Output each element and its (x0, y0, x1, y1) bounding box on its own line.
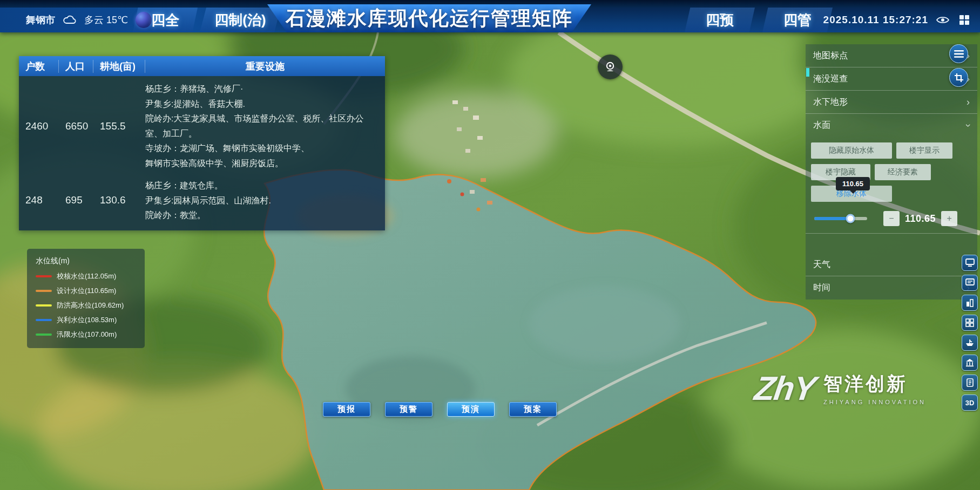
legend-label: 校核水位(112.05m) (57, 271, 116, 281)
brand-name-cn: 智洋创新 (823, 371, 926, 397)
building-layer-button[interactable] (962, 295, 978, 311)
display-icon (965, 278, 975, 287)
monitor-video-button[interactable] (962, 255, 978, 271)
table-header: 户数 人口 耕地(亩) 重要设施 (19, 56, 385, 76)
notebook-icon (966, 378, 974, 387)
facility-line: 尹集乡:园林局示范园、山湖渔村. (145, 193, 380, 208)
show-buildings-button[interactable]: 楼宇显示 (896, 142, 952, 159)
legend-item: 汛限水位(107.00m) (36, 330, 137, 339)
panel-spacer (806, 234, 977, 253)
cloud-icon (63, 15, 77, 25)
facilities-text: 杨庄乡：养猪场、汽修厂· 尹集乡:提灌站、香菇大棚. 院岭办:大宝龙家具城、市场… (145, 81, 385, 171)
slider-value-tooltip: 110.65 (836, 177, 870, 190)
water-level-value: 110.65 (905, 213, 936, 224)
slider-handle[interactable] (846, 214, 855, 223)
legend-label: 设计水位(110.65m) (57, 286, 116, 296)
col-households: 户数 (19, 60, 59, 73)
population-value: 695 (59, 194, 93, 206)
households-value: 2460 (19, 120, 59, 132)
forecast-button[interactable]: 预报 (323, 402, 370, 417)
facility-line: 院岭办:大宝龙家具城、市场监督办公室、税所、社区办公室、加工厂。 (145, 111, 380, 141)
township-info-table: 户数 人口 耕地(亩) 重要设施 2460 6650 155.5 杨庄乡：养猪场… (19, 56, 385, 230)
land-value: 130.6 (93, 194, 145, 206)
water-level-legend: 水位线(m) 校核水位(112.05m) 设计水位(110.65m) 防洪高水位… (27, 249, 145, 348)
legend-label: 兴利水位(108.53m) (57, 315, 117, 325)
apps-grid-icon[interactable] (957, 13, 971, 27)
col-population: 人口 (59, 60, 93, 73)
row-label: 淹没巡查 (813, 73, 848, 85)
webcam-icon (604, 60, 617, 73)
nav-siguan[interactable]: 四管 (762, 8, 833, 32)
row-underwater-terrain[interactable]: 水下地形 › (806, 91, 977, 114)
households-value: 248 (19, 194, 59, 206)
economic-elements-button[interactable]: 经济要素 (875, 164, 931, 180)
eye-icon[interactable] (936, 13, 950, 27)
row-water-surface[interactable]: 水面 › (806, 114, 977, 137)
legend-item: 兴利水位(108.53m) (36, 315, 137, 325)
warning-button[interactable]: 预警 (385, 402, 432, 417)
facility-line: 杨庄乡：建筑仓库。 (145, 178, 380, 193)
legend-item: 校核水位(112.05m) (36, 271, 137, 281)
legend-label: 汛限水位(107.00m) (57, 330, 117, 339)
legend-item: 防洪高水位(109.62m) (36, 301, 137, 310)
dashboard-screen: 舞钢市 多云 15℃ 四全 四制(治) 石漫滩水库现代化运行管理矩阵 四预 四管… (0, 0, 980, 490)
table-row: 248 695 130.6 杨庄乡：建筑仓库。 尹集乡:园林局示范园、山湖渔村.… (19, 178, 385, 223)
rehearsal-button[interactable]: 预演 (447, 402, 495, 417)
grid-icon (965, 318, 974, 327)
page-title: 石漫滩水库现代化运行管理矩阵 (267, 4, 591, 32)
increase-level-button[interactable]: + (941, 211, 957, 226)
design-level-line (36, 290, 52, 292)
plan-button[interactable]: 预案 (509, 402, 557, 417)
bank-facility-button[interactable] (962, 355, 978, 371)
document-log-button[interactable] (962, 375, 978, 391)
legend-label: 防洪高水位(109.62m) (57, 301, 124, 310)
brand-name-en: ZHIYANG INNOVATION (823, 399, 926, 405)
nav-siquan[interactable]: 四全 (133, 8, 198, 32)
facility-line: 院岭办：教堂。 (145, 208, 380, 223)
weather-label: 多云 15℃ (84, 13, 128, 26)
water-level-slider[interactable] (814, 217, 867, 220)
facility-line: 舞钢市实验高级中学、湘厨房饭店。 (145, 156, 380, 171)
menu-icon (954, 50, 964, 58)
city-label: 舞钢市 (26, 13, 55, 26)
datetime-label: 2025.10.11 15:27:21 (823, 14, 928, 26)
3d-label: 3D (965, 399, 975, 407)
monitor-icon (965, 258, 975, 267)
hide-original-water-button[interactable]: 隐藏原始水体 (811, 142, 892, 159)
chevron-down-icon: › (963, 124, 974, 127)
check-level-line (36, 275, 52, 277)
row-label: 地图标点 (813, 50, 848, 62)
col-facilities: 重要设施 (145, 60, 385, 73)
grid-view-button[interactable] (962, 315, 978, 331)
flood-high-level-line (36, 304, 52, 307)
water-button-row: 楼宇隐藏 经济要素 (811, 164, 972, 186)
row-label: 时间 (813, 282, 830, 294)
decrease-level-button[interactable]: − (883, 211, 900, 226)
nav-sizhi[interactable]: 四制(治) (200, 8, 281, 32)
nav-siyu[interactable]: 四预 (685, 8, 755, 32)
top-header: 舞钢市 多云 15℃ 四全 四制(治) 石漫滩水库现代化运行管理矩阵 四预 四管… (0, 0, 980, 32)
panel-active-tick (806, 68, 809, 77)
layers-menu-button[interactable] (949, 44, 968, 63)
camera-map-button[interactable] (598, 55, 623, 79)
legend-item: 设计水位(110.65m) (36, 286, 137, 296)
slider-fill (814, 217, 850, 220)
crop-select-button[interactable] (949, 68, 968, 87)
header-right: 2025.10.11 15:27:21 (823, 8, 971, 32)
boat-patrol-button[interactable] (962, 335, 978, 351)
table-body: 2460 6650 155.5 杨庄乡：养猪场、汽修厂· 尹集乡:提灌站、香菇大… (19, 76, 385, 230)
land-value: 155.5 (93, 120, 145, 132)
facility-line: 尹集乡:提灌站、香菇大棚. (145, 97, 380, 112)
display-screen-button[interactable] (962, 275, 978, 291)
3d-view-button[interactable]: 3D (962, 394, 978, 411)
water-level-slider-row: − 110.65 + (811, 207, 972, 230)
legend-title: 水位线(m) (36, 256, 137, 266)
population-value: 6650 (59, 120, 93, 132)
water-button-row: 移除水体 (811, 186, 972, 207)
brand-logo: ZhY 智洋创新 ZHIYANG INNOVATION (755, 369, 926, 407)
water-surface-controls: 隐藏原始水体 楼宇显示 楼宇隐藏 经济要素 移除水体 110.65 − 110.… (806, 137, 977, 234)
feature-icon-rail: 3D (962, 255, 978, 411)
row-time[interactable]: 时间 › (806, 276, 977, 300)
map-tools-rail (949, 44, 968, 87)
row-weather[interactable]: 天气 › (806, 253, 977, 276)
